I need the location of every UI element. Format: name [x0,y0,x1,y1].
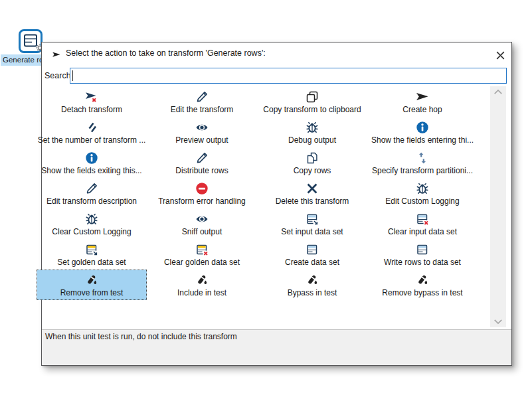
action-label: Set input data set [281,227,343,236]
info-icon [85,151,98,165]
bug-icon [416,181,429,195]
action-label: Debug output [288,135,336,145]
dataset-clear-blue-icon [416,212,429,226]
action-label: Include in test [177,288,226,297]
action-create-data-set[interactable]: Create data set [257,239,367,270]
hop-arrow-icon [51,50,62,58]
action-label: Create data set [285,258,339,267]
status-text: When this unit test is run, do not inclu… [45,332,237,341]
search-label: Search [44,71,71,80]
action-dialog: Select the action to take on transform '… [41,42,512,366]
action-label: Edit the transform [171,105,234,114]
action-label: Clear golden data set [164,258,240,267]
action-label: Clear input data set [388,227,457,236]
dataset-set-blue-icon [306,212,319,226]
action-create-hop[interactable]: Create hop [367,86,478,117]
vertical-scrollbar[interactable] [490,86,506,327]
delete-x-icon [306,181,319,195]
action-label: Remove from test [60,288,124,297]
dataset-plain-icon [306,242,319,256]
action-label: Clear Custom Logging [52,227,131,236]
search-input[interactable] [70,68,507,84]
action-label: Show the fields exiting this... [41,166,141,175]
action-label: Distribute rows [175,166,228,175]
testtube-icon [416,273,429,287]
action-label: Transform error handling [158,197,246,206]
action-set-input-data-set[interactable]: Set input data set [257,208,367,239]
action-set-golden-data-set[interactable]: Set golden data set [37,239,147,270]
bug-icon [85,212,98,226]
dataset-clear-gold-icon [195,242,209,256]
testtube-icon [195,273,209,287]
transform-step-generate-rows[interactable] [19,29,43,53]
action-detach-transform[interactable]: Detach transform [37,86,147,117]
action-remove-from-test[interactable]: Remove from test [37,270,147,300]
testtube-icon [306,273,319,287]
action-delete-this-transform[interactable]: Delete this transform [257,178,367,208]
action-label: Remove bypass in test [382,288,462,297]
canvas: Generate rows Select the action to take … [0,0,532,399]
eye-icon [195,212,209,226]
detach-arrow-icon [85,90,98,104]
action-label: Set golden data set [57,258,126,267]
action-remove-bypass-in-test[interactable]: Remove bypass in test [367,270,478,300]
action-bypass-in-test[interactable]: Bypass in test [257,270,367,300]
info-icon [416,120,429,134]
action-edit-the-transform[interactable]: Edit the transform [147,86,257,117]
scroll-down-icon[interactable] [490,316,506,327]
action-label: Detach transform [61,105,122,114]
action-debug-output[interactable]: Debug output [257,117,367,147]
close-icon[interactable] [494,49,506,61]
pencil-icon [85,181,98,195]
action-edit-transform-description[interactable]: Edit transform description [37,178,147,208]
action-label: Set the number of transform ... [38,135,146,145]
pencil-icon [195,151,209,165]
action-label: Bypass in test [288,288,337,297]
action-transform-error-handling[interactable]: Transform error handling [147,178,257,208]
scroll-up-icon[interactable] [490,86,506,98]
pencil-icon [195,90,209,104]
action-label: Create hop [402,105,442,114]
action-preview-output[interactable]: Preview output [147,117,257,147]
action-write-rows-to-data-set[interactable]: Write rows to data set [367,239,478,270]
action-sniff-output[interactable]: Sniff output [147,208,257,239]
text-caret [72,70,73,81]
action-copy-transform-to-clipboard[interactable]: Copy transform to clipboard [257,86,367,117]
bug-icon [306,120,319,134]
action-label: Copy transform to clipboard [263,105,361,114]
error-minus-icon [195,181,209,195]
search-row: Search [42,68,511,86]
action-label: Copy rows [294,166,331,175]
action-label: Show the fields entering thi... [371,135,474,145]
action-grid: Detach transformEdit the transformCopy t… [37,86,490,300]
dataset-plain-icon [416,242,429,256]
action-clear-input-data-set[interactable]: Clear input data set [367,208,478,239]
action-specify-transform-partitioni[interactable]: Specify transform partitioni... [367,147,478,178]
copy-clipboard-icon [306,90,319,104]
action-edit-custom-logging[interactable]: Edit Custom Logging [367,178,478,208]
parallel-slashes-icon [85,120,98,134]
testtube-icon [85,273,98,287]
action-label: Sniff output [182,227,222,236]
hop-arrow-icon [416,90,429,104]
action-label: Edit transform description [46,197,137,206]
copy-pages-icon [306,151,319,165]
action-distribute-rows[interactable]: Distribute rows [147,147,257,178]
partition-arrows-icon [416,151,429,165]
dialog-title: Select the action to take on transform '… [66,48,266,58]
action-show-the-fields-entering-thi[interactable]: Show the fields entering thi... [367,117,478,147]
action-clear-golden-data-set[interactable]: Clear golden data set [147,239,257,270]
dataset-set-gold-icon [85,242,98,256]
action-include-in-test[interactable]: Include in test [147,270,257,300]
action-label: Specify transform partitioni... [372,166,473,175]
action-copy-rows[interactable]: Copy rows [257,147,367,178]
dialog-title-row: Select the action to take on transform '… [42,42,511,65]
action-label: Delete this transform [276,197,349,206]
action-show-the-fields-exiting-this[interactable]: Show the fields exiting this... [37,147,147,178]
action-label: Write rows to data set [384,258,461,267]
action-label: Edit Custom Logging [385,197,459,206]
action-set-the-number-of-transform[interactable]: Set the number of transform ... [37,117,147,147]
action-label: Preview output [175,135,228,145]
action-clear-custom-logging[interactable]: Clear Custom Logging [37,208,147,239]
status-bar: When this unit test is run, do not inclu… [42,329,511,365]
